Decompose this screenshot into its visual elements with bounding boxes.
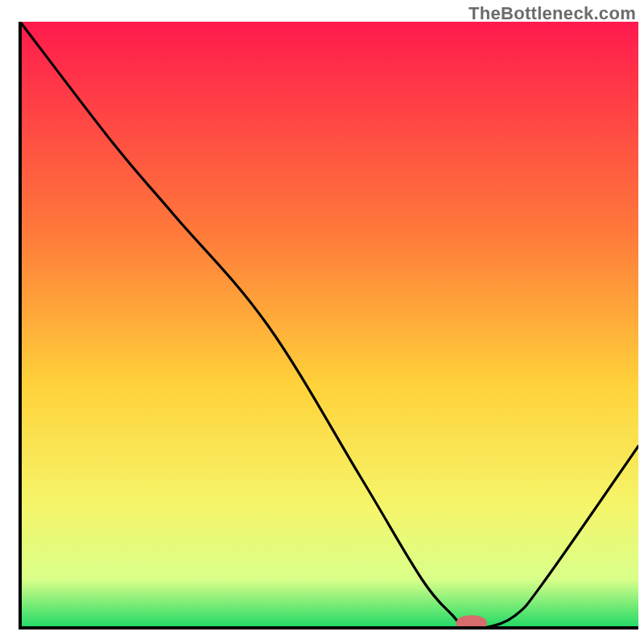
chart-svg bbox=[0, 0, 644, 644]
chart-frame: TheBottleneck.com bbox=[0, 0, 644, 644]
gradient-background bbox=[20, 22, 638, 628]
watermark-text: TheBottleneck.com bbox=[469, 3, 636, 24]
